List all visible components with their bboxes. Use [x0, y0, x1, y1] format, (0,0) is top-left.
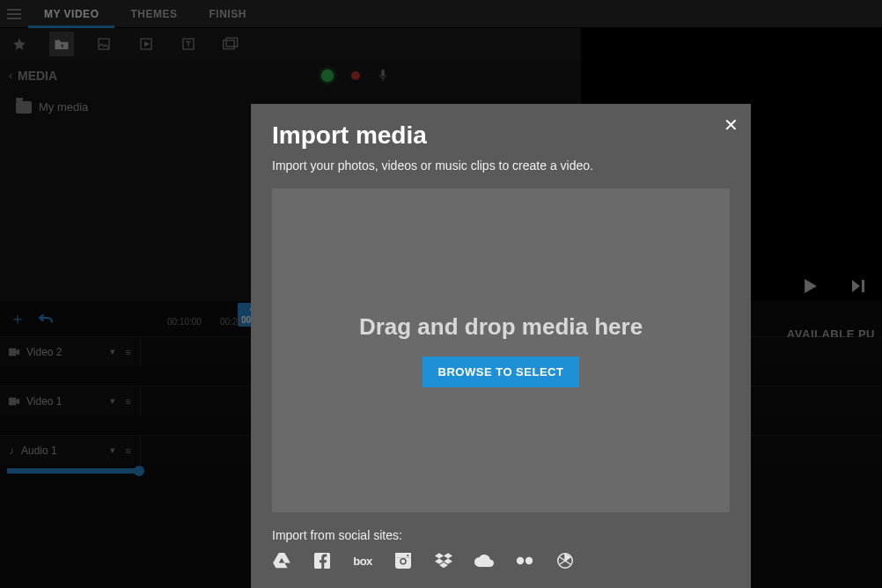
google-drive-icon[interactable]	[272, 551, 291, 570]
svg-point-12	[401, 560, 406, 564]
dropbox-icon[interactable]	[434, 551, 453, 570]
svg-point-16	[517, 557, 524, 564]
import-media-modal: ✕ Import media Import your photos, video…	[251, 104, 751, 588]
facebook-icon[interactable]	[312, 551, 332, 570]
close-button[interactable]: ✕	[724, 116, 739, 134]
dropzone-text: Drag and drop media here	[359, 313, 643, 341]
onedrive-icon[interactable]	[474, 551, 494, 570]
picasa-icon[interactable]	[555, 551, 575, 570]
modal-subtitle: Import your photos, videos or music clip…	[272, 158, 730, 173]
social-import-row: box	[272, 551, 730, 570]
app-root: MY VIDEO THEMES FINISH ‹ MEDIA	[0, 0, 882, 588]
box-icon[interactable]: box	[353, 551, 372, 570]
modal-title: Import media	[272, 121, 730, 150]
browse-button[interactable]: BROWSE TO SELECT	[423, 356, 580, 387]
svg-point-15	[407, 555, 408, 556]
social-import-label: Import from social sites:	[272, 528, 730, 542]
flickr-icon[interactable]	[515, 551, 534, 570]
dropzone[interactable]: Drag and drop media here BROWSE TO SELEC…	[272, 188, 730, 512]
svg-point-17	[526, 557, 533, 564]
instagram-icon[interactable]	[393, 551, 413, 570]
